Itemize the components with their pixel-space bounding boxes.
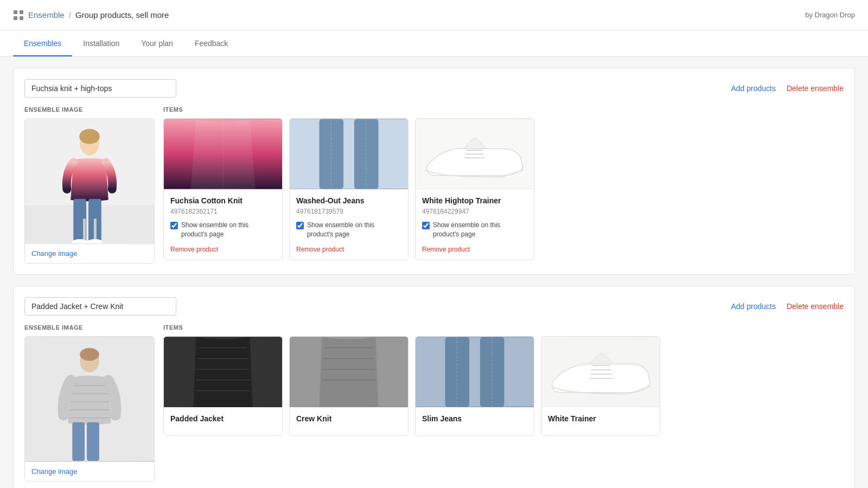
- ensemble-image-label-1: ENSEMBLE IMAGE: [24, 106, 155, 113]
- ensemble-card-2: Add products Delete ensemble ENSEMBLE IM…: [13, 286, 855, 488]
- item-checkbox-label-1-2: Show ensemble on this product's page: [433, 221, 527, 239]
- ensemble-name-input-2[interactable]: [24, 297, 176, 316]
- tab-installation[interactable]: Installation: [72, 30, 130, 56]
- item-card-1-1: Washed-Out Jeans 4976181739579 Show ense…: [289, 118, 409, 260]
- item-image-1-1: [290, 119, 408, 189]
- svg-rect-16: [290, 119, 408, 189]
- change-image-link-1[interactable]: Change image: [25, 243, 154, 263]
- item-details-2-0: Padded Jacket: [164, 407, 282, 435]
- ensemble-image-box-1: Change image: [24, 118, 155, 264]
- remove-product-1-1[interactable]: Remove product: [296, 246, 401, 253]
- svg-rect-2: [14, 16, 17, 20]
- item-card-2-0: Padded Jacket: [163, 336, 283, 436]
- change-image-link-2[interactable]: Change image: [25, 461, 154, 481]
- item-details-1-2: White Hightop Trainer 4976184229947 Show…: [416, 189, 534, 260]
- svg-point-7: [79, 129, 100, 144]
- main-content: Add products Delete ensemble ENSEMBLE IM…: [0, 57, 868, 488]
- item-image-1-0: [164, 119, 282, 189]
- svg-point-27: [80, 348, 99, 361]
- item-checkbox-row-1-2: Show ensemble on this product's page: [422, 221, 527, 239]
- item-image-2-0: [164, 337, 282, 407]
- svg-rect-34: [87, 422, 99, 461]
- ensemble-image-section-1: ENSEMBLE IMAGE: [24, 106, 155, 264]
- grid-icon: [13, 10, 24, 21]
- tab-ensembles[interactable]: Ensembles: [13, 30, 72, 56]
- svg-rect-10: [83, 219, 86, 243]
- nav-tabs: Ensembles Installation Your plan Feedbac…: [0, 30, 868, 57]
- svg-rect-33: [72, 422, 85, 461]
- item-details-1-0: Fuchsia Cotton Knit 4976182362171 Show e…: [164, 189, 282, 260]
- items-grid-2: Padded Jacket: [163, 336, 844, 436]
- ensemble-image-label-2: ENSEMBLE IMAGE: [24, 324, 155, 331]
- item-name-1-1: Washed-Out Jeans: [296, 196, 401, 206]
- item-sku-1-0: 4976182362171: [170, 208, 276, 215]
- ensemble-image-box-2: Change image: [24, 336, 155, 481]
- delete-ensemble-button-1[interactable]: Delete ensemble: [787, 84, 844, 93]
- ensemble-body-2: ENSEMBLE IMAGE: [24, 324, 844, 481]
- ensemble-main-image-2: [25, 337, 154, 461]
- item-sku-1-2: 4976184229947: [422, 208, 527, 215]
- items-grid-1: Fuchsia Cotton Knit 4976182362171 Show e…: [163, 118, 844, 260]
- add-products-button-1[interactable]: Add products: [731, 84, 776, 93]
- page-title: Group products, sell more: [75, 10, 169, 20]
- tab-feedback[interactable]: Feedback: [184, 30, 239, 56]
- item-card-2-3: White Trainer: [541, 336, 660, 436]
- item-checkbox-1-1[interactable]: [296, 222, 304, 229]
- byline: by Dragon Drop: [805, 11, 855, 19]
- item-name-1-2: White Hightop Trainer: [422, 196, 527, 206]
- ensemble-name-input-1[interactable]: [24, 79, 176, 98]
- breadcrumb-separator: /: [69, 10, 71, 20]
- remove-product-1-2[interactable]: Remove product: [422, 246, 527, 253]
- ensemble-header-2: Add products Delete ensemble: [24, 297, 844, 316]
- svg-rect-47: [445, 337, 470, 407]
- svg-rect-17: [320, 119, 344, 189]
- item-card-2-2: Slim Jeans: [415, 336, 534, 436]
- ensemble-card-1: Add products Delete ensemble ENSEMBLE IM…: [13, 68, 855, 275]
- item-details-2-1: Crew Knit: [290, 407, 408, 435]
- svg-rect-3: [20, 16, 23, 20]
- ensemble-body-1: ENSEMBLE IMAGE: [24, 106, 844, 264]
- item-image-2-1: [290, 337, 408, 407]
- app-breadcrumb: Ensemble / Group products, sell more: [13, 10, 169, 21]
- delete-ensemble-button-2[interactable]: Delete ensemble: [787, 302, 844, 311]
- item-sku-1-1: 4976181739579: [296, 208, 401, 215]
- items-section-1: ITEMS: [163, 106, 844, 264]
- item-checkbox-label-1-0: Show ensemble on this product's page: [181, 221, 276, 239]
- item-card-1-2: White Hightop Trainer 4976184229947 Show…: [415, 118, 534, 260]
- items-label-2: ITEMS: [163, 324, 844, 331]
- ensemble-main-image-1: [25, 119, 154, 243]
- ensemble-image-section-2: ENSEMBLE IMAGE: [24, 324, 155, 481]
- top-bar: Ensemble / Group products, sell more by …: [0, 0, 868, 30]
- ensemble-header-actions-1: Add products Delete ensemble: [731, 84, 844, 93]
- app-name: Ensemble: [28, 10, 65, 20]
- item-image-2-3: [541, 337, 660, 407]
- item-name-2-0: Padded Jacket: [170, 414, 276, 423]
- items-section-2: ITEMS: [163, 324, 844, 481]
- item-checkbox-label-1-1: Show ensemble on this product's page: [307, 221, 401, 239]
- item-card-1-0: Fuchsia Cotton Knit 4976182362171 Show e…: [163, 118, 283, 260]
- item-details-2-3: White Trainer: [541, 407, 660, 435]
- remove-product-1-0[interactable]: Remove product: [170, 246, 276, 253]
- item-details-1-1: Washed-Out Jeans 4976181739579 Show ense…: [290, 189, 408, 260]
- ensemble-header-1: Add products Delete ensemble: [24, 79, 844, 98]
- item-card-2-1: Crew Knit: [289, 336, 409, 436]
- tab-your-plan[interactable]: Your plan: [130, 30, 184, 56]
- svg-rect-1: [20, 10, 23, 14]
- item-image-1-2: [416, 119, 534, 189]
- add-products-button-2[interactable]: Add products: [731, 302, 776, 311]
- item-name-1-0: Fuchsia Cotton Knit: [170, 196, 276, 206]
- svg-rect-0: [14, 10, 17, 14]
- item-name-2-2: Slim Jeans: [422, 414, 527, 423]
- item-checkbox-1-2[interactable]: [422, 222, 430, 229]
- svg-rect-46: [416, 337, 534, 407]
- item-image-2-2: [416, 337, 534, 407]
- items-label-1: ITEMS: [163, 106, 844, 113]
- item-checkbox-row-1-0: Show ensemble on this product's page: [170, 221, 276, 239]
- item-checkbox-1-0[interactable]: [170, 222, 178, 229]
- item-name-2-1: Crew Knit: [296, 414, 401, 423]
- item-name-2-3: White Trainer: [548, 414, 653, 423]
- item-details-2-2: Slim Jeans: [416, 407, 534, 435]
- ensemble-header-actions-2: Add products Delete ensemble: [731, 302, 844, 311]
- item-checkbox-row-1-1: Show ensemble on this product's page: [296, 221, 401, 239]
